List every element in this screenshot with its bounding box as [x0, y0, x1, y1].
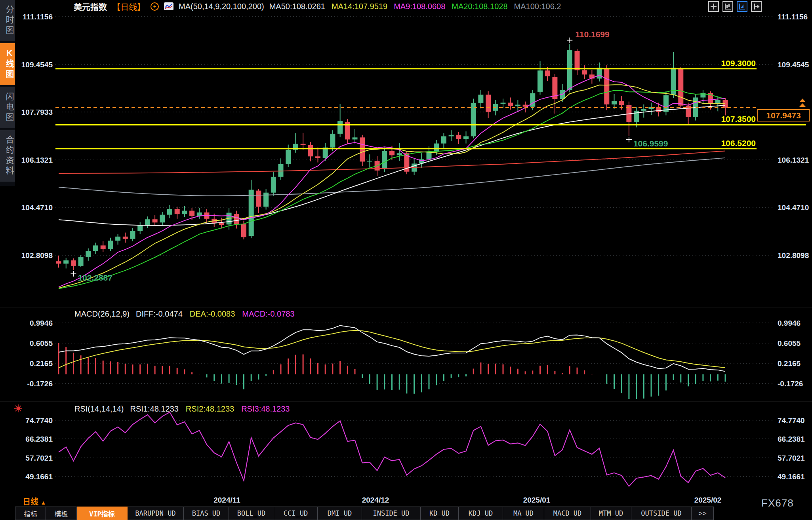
candle-body[interactable] [538, 70, 543, 92]
indicator-tab-10[interactable]: KDJ_UD [459, 507, 503, 520]
candle-body[interactable] [463, 136, 469, 139]
candle-axis-icon[interactable] [722, 1, 733, 12]
candle-body[interactable] [337, 121, 343, 134]
mini-chart-icon[interactable] [164, 2, 173, 10]
indicator-tab-2[interactable]: VIP指标 [77, 507, 128, 520]
sidebar-tab-0[interactable]: 分时图 [0, 0, 15, 41]
candle-body[interactable] [249, 190, 254, 236]
candle-body[interactable] [449, 135, 454, 137]
indicator-tab-7[interactable]: DMI_UD [318, 507, 362, 520]
indicator-tab-4[interactable]: BIAS_UD [184, 507, 229, 520]
axis-tick-label: 106.1321 [778, 156, 809, 164]
candle-body[interactable] [241, 224, 246, 237]
candle-body[interactable] [86, 251, 91, 257]
candle-body[interactable] [397, 153, 402, 155]
indicator-tab-6[interactable]: CCI_UD [274, 507, 318, 520]
indicator-tab-11[interactable]: MA_UD [503, 507, 544, 520]
candle-body[interactable] [182, 211, 187, 214]
candle-body[interactable] [278, 164, 284, 177]
candle-body[interactable] [108, 241, 113, 249]
candle-body[interactable] [382, 151, 387, 169]
candle-body[interactable] [515, 105, 520, 106]
axis-tick-label: 74.7740 [25, 416, 53, 425]
candle-body[interactable] [145, 219, 150, 225]
candle-body[interactable] [56, 261, 61, 264]
pan-icon[interactable] [708, 1, 719, 12]
low-marker-label: 102.2887 [78, 273, 112, 282]
indicator-tab-15[interactable]: >> [692, 507, 714, 520]
candle-body[interactable] [441, 136, 446, 143]
candle-body[interactable] [575, 51, 580, 70]
rsi-line [59, 412, 725, 486]
candle-body[interactable] [197, 213, 202, 216]
axis-tick-label: 106.1321 [21, 156, 53, 164]
candle-body[interactable] [389, 151, 395, 155]
candle-body[interactable] [175, 209, 180, 214]
candle-body[interactable] [501, 102, 506, 104]
candle-body[interactable] [115, 237, 120, 241]
candle-body[interactable] [71, 260, 76, 266]
candle-body[interactable] [152, 219, 158, 222]
candle-body[interactable] [486, 95, 491, 112]
candle-body[interactable] [93, 245, 98, 251]
sidebar-tab-2[interactable]: 闪电图 [0, 87, 15, 128]
candle-body[interactable] [101, 245, 106, 249]
candle-body[interactable] [478, 95, 483, 103]
candle-body[interactable] [367, 161, 372, 161]
sidebar-tab-1[interactable]: K线图 [0, 43, 15, 85]
candle-body[interactable] [456, 135, 461, 139]
candle-body[interactable] [256, 191, 261, 207]
candle-body[interactable] [612, 101, 617, 104]
candle-body[interactable] [567, 50, 572, 90]
candle-body[interactable] [130, 231, 135, 239]
candle-body[interactable] [471, 103, 476, 136]
trend-axis-icon[interactable] [737, 1, 747, 12]
indicator-tab-12[interactable]: MACD_UD [544, 507, 591, 520]
candle-body[interactable] [167, 209, 172, 215]
candle-body[interactable] [189, 211, 194, 216]
candle-body[interactable] [545, 70, 550, 76]
candle-body[interactable] [271, 177, 276, 193]
candle-body[interactable] [330, 134, 335, 148]
indicator-tab-1[interactable]: 模板 [46, 507, 77, 520]
indicator-tab-13[interactable]: MTM_UD [591, 507, 631, 520]
candle-body[interactable] [308, 145, 313, 156]
candle-body[interactable] [663, 95, 669, 112]
candle-body[interactable] [63, 260, 69, 264]
candle-body[interactable] [360, 137, 365, 161]
indicator-tab-9[interactable]: KD_UD [421, 507, 459, 520]
candle-body[interactable] [604, 69, 609, 104]
candle-body[interactable] [123, 237, 128, 239]
indicator-tab-14[interactable]: OUTSIDE_UD [631, 507, 692, 520]
indicator-tab-0[interactable]: 指标 [15, 507, 46, 520]
sidebar-tab-3[interactable]: 合约资料 [0, 130, 15, 182]
candle-body[interactable] [582, 70, 587, 74]
chart-canvas[interactable]: 109.3000107.3500106.5200110.1699102.2887… [0, 0, 812, 520]
candle-body[interactable] [678, 69, 683, 106]
candle-body[interactable] [508, 102, 513, 106]
indicator-tab-3[interactable]: BARUPDN_UD [128, 507, 184, 520]
candle-body[interactable] [427, 152, 432, 159]
candle-body[interactable] [219, 223, 224, 225]
indicator-tab-bar: 指标模板VIP指标BARUPDN_UDBIAS_UDBOLL_UDCCI_UDD… [15, 507, 714, 520]
candle-body[interactable] [137, 225, 143, 231]
candle-body[interactable] [286, 150, 291, 164]
indicator-tab-8[interactable]: INSIDE_UD [362, 507, 421, 520]
shift-axis-icon[interactable] [751, 1, 762, 12]
candle-body[interactable] [434, 144, 439, 152]
footer-period-label[interactable]: 日线 ▲ [23, 495, 46, 507]
candle-body[interactable] [641, 109, 646, 110]
indicator-value: RSI2:48.1233 [186, 404, 234, 413]
target-icon[interactable]: + [151, 2, 159, 11]
candle-body[interactable] [301, 144, 306, 145]
candle-body[interactable] [619, 101, 624, 105]
candle-body[interactable] [160, 215, 165, 223]
candle-body[interactable] [353, 137, 358, 139]
candle-body[interactable] [315, 156, 320, 158]
candle-body[interactable] [234, 214, 239, 224]
indicator-tab-5[interactable]: BOLL_UD [229, 507, 274, 520]
macd-formula: MACD(26,12,9) [74, 309, 130, 319]
candle-body[interactable] [530, 93, 535, 107]
candle-body[interactable] [78, 257, 84, 266]
rsi-marker-sun-icon[interactable] [13, 404, 23, 413]
